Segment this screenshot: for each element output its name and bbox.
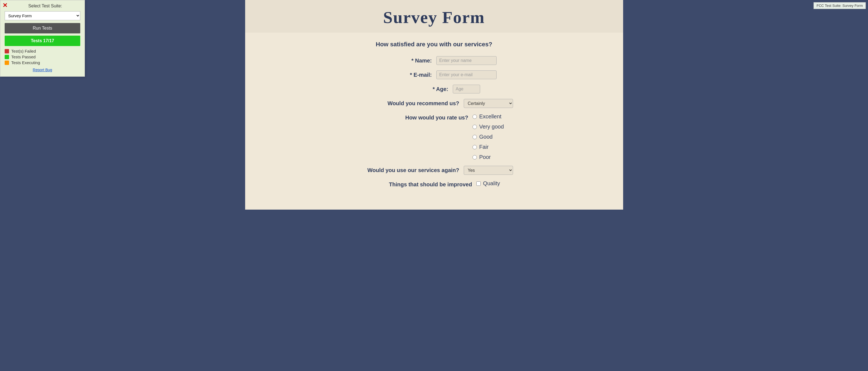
executing-label: Tests Executing bbox=[11, 60, 40, 65]
rate-excellent[interactable]: Excellent bbox=[472, 114, 504, 120]
recommend-select[interactable]: Certainly Probably Not sure Probably not… bbox=[464, 99, 513, 108]
report-bug-link[interactable]: Report Bug bbox=[5, 68, 80, 72]
legend-executing: Tests Executing bbox=[5, 60, 80, 65]
improve-label: Things that should be improved bbox=[368, 180, 472, 188]
improve-quality[interactable]: Quality bbox=[476, 180, 500, 187]
failed-dot bbox=[5, 49, 9, 54]
rate-excellent-label: Excellent bbox=[479, 114, 501, 120]
test-panel: ✕ Select Test Suite: Survey Form Run Tes… bbox=[0, 0, 85, 77]
recommend-row: Would you recommend us? Certainly Probab… bbox=[256, 99, 612, 108]
survey-title: Survey Form bbox=[256, 8, 612, 27]
rate-fair-label: Fair bbox=[479, 144, 488, 150]
rate-verygood[interactable]: Very good bbox=[472, 124, 504, 130]
legend-passed: Tests Passed bbox=[5, 55, 80, 59]
close-button[interactable]: ✕ bbox=[2, 2, 7, 8]
use-again-select[interactable]: Yes No Maybe bbox=[464, 166, 513, 175]
legend-list: Test(s) Failed Tests Passed Tests Execut… bbox=[5, 49, 80, 65]
rate-poor-label: Poor bbox=[479, 154, 491, 160]
survey-subtitle: How satisfied are you with our services? bbox=[256, 41, 612, 48]
rate-good[interactable]: Good bbox=[472, 134, 504, 140]
failed-label: Test(s) Failed bbox=[11, 49, 36, 54]
run-tests-button[interactable]: Run Tests bbox=[5, 23, 80, 33]
improve-checkbox-group: Quality bbox=[476, 180, 500, 187]
improve-row: Things that should be improved Quality bbox=[256, 180, 612, 188]
passed-dot bbox=[5, 55, 9, 59]
use-again-row: Would you use our services again? Yes No… bbox=[256, 166, 612, 175]
legend-failed: Test(s) Failed bbox=[5, 49, 80, 54]
rate-verygood-label: Very good bbox=[479, 124, 504, 130]
rate-good-label: Good bbox=[479, 134, 493, 140]
recommend-label: Would you recommend us? bbox=[355, 100, 459, 106]
age-row: * Age: bbox=[256, 85, 612, 93]
panel-title: Select Test Suite: bbox=[10, 4, 80, 8]
suite-select[interactable]: Survey Form bbox=[5, 11, 80, 20]
rate-poor-radio[interactable] bbox=[472, 155, 477, 159]
rate-radio-group: Excellent Very good Good Fair bbox=[472, 114, 504, 160]
age-input[interactable] bbox=[453, 85, 480, 93]
passed-label: Tests Passed bbox=[11, 55, 36, 59]
rate-good-radio[interactable] bbox=[472, 135, 477, 139]
tests-count-button[interactable]: Tests 17/17 bbox=[5, 36, 80, 46]
email-label: * E-mail: bbox=[372, 72, 432, 78]
improve-quality-label: Quality bbox=[483, 180, 500, 187]
rate-label: How would you rate us? bbox=[364, 114, 468, 121]
rate-row: How would you rate us? Excellent Very go… bbox=[256, 114, 612, 160]
name-row: * Name: bbox=[256, 56, 612, 65]
email-input[interactable] bbox=[436, 70, 497, 79]
email-row: * E-mail: bbox=[256, 70, 612, 79]
rate-poor[interactable]: Poor bbox=[472, 154, 504, 160]
rate-fair[interactable]: Fair bbox=[472, 144, 504, 150]
rate-fair-radio[interactable] bbox=[472, 145, 477, 149]
name-label: * Name: bbox=[372, 58, 432, 64]
fcc-badge: FCC Test Suite: Survey Form bbox=[813, 2, 866, 9]
rate-verygood-radio[interactable] bbox=[472, 125, 477, 129]
use-again-label: Would you use our services again? bbox=[355, 167, 459, 174]
name-input[interactable] bbox=[436, 56, 497, 65]
executing-dot bbox=[5, 61, 9, 65]
rate-excellent-radio[interactable] bbox=[472, 115, 477, 119]
survey-body: How satisfied are you with our services?… bbox=[245, 33, 623, 210]
age-label: * Age: bbox=[388, 86, 448, 92]
survey-header: Survey Form bbox=[245, 0, 623, 33]
improve-quality-checkbox[interactable] bbox=[476, 181, 481, 186]
